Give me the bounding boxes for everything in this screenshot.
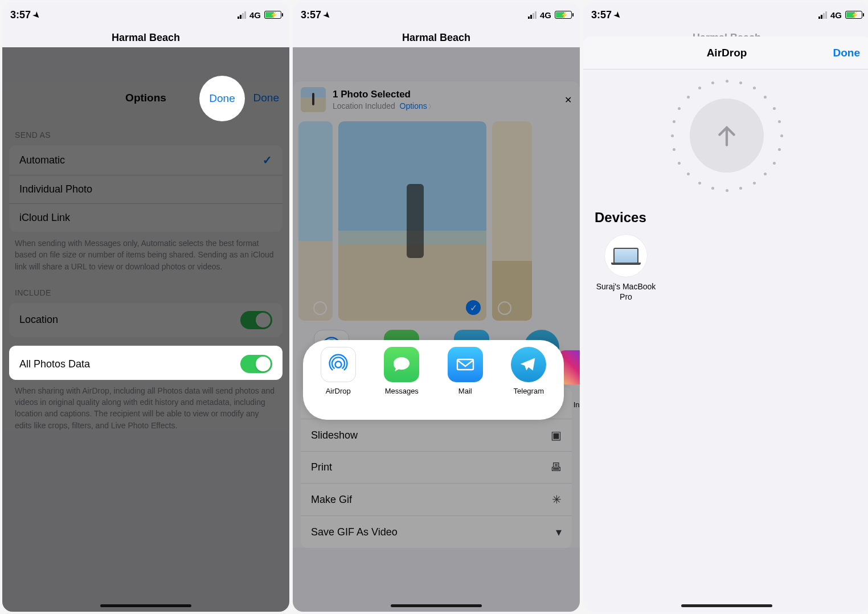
done-button[interactable]: Done — [833, 47, 861, 59]
background-location-title: Harmal Beach — [2, 27, 289, 47]
airdrop-icon — [321, 347, 356, 382]
status-time: 3:57 ➤ — [591, 9, 621, 21]
status-right: 4G ⚡ — [238, 10, 281, 20]
status-time: 3:57 ➤ — [301, 9, 331, 21]
airdrop-title: AirDrop — [707, 47, 747, 59]
share-app-telegram[interactable]: Telegram — [503, 347, 554, 395]
status-bar: 3:57 ➤ 4G ⚡ — [293, 2, 580, 27]
app-label: Mail — [458, 387, 472, 395]
share-app-airdrop[interactable]: AirDrop — [313, 347, 363, 395]
device-label: Suraj's MacBook Pro — [595, 281, 657, 302]
all-photos-highlight-toggle[interactable] — [240, 355, 272, 373]
airdrop-dropzone — [595, 79, 859, 193]
share-app-mail[interactable]: Mail — [440, 347, 490, 395]
devices-heading: Devices — [595, 210, 859, 226]
panel-share-sheet: 3:57 ➤ 4G ⚡ Harmal Beach 1 Photo Selecte… — [293, 2, 580, 612]
highlight-app-row: AirDrop Messages Mail — [303, 340, 564, 420]
dim-overlay — [2, 47, 289, 612]
airdrop-ring — [670, 79, 784, 193]
dim-overlay — [293, 47, 580, 612]
signal-icon — [818, 11, 827, 19]
share-app-messages[interactable]: Messages — [376, 347, 427, 395]
time-text: 3:57 — [591, 9, 612, 21]
messages-icon — [384, 347, 419, 382]
network-label: 4G — [540, 10, 551, 20]
home-indicator[interactable] — [681, 604, 772, 607]
network-label: 4G — [830, 10, 842, 20]
mail-icon — [448, 347, 483, 382]
telegram-icon — [511, 347, 546, 382]
all-photos-highlight-label: All Photos Data — [19, 358, 90, 370]
battery-icon: ⚡ — [555, 11, 572, 19]
app-label: AirDrop — [326, 387, 351, 395]
macbook-icon — [613, 248, 638, 264]
battery-icon: ⚡ — [845, 11, 862, 19]
panel-airdrop: 3:57 ➤ 4G ⚡ Harmal Beach AirDrop Done De… — [583, 2, 868, 612]
status-bar: 3:57 ➤ 4G ⚡ — [583, 2, 868, 27]
svg-rect-3 — [457, 359, 473, 370]
battery-icon: ⚡ — [264, 11, 281, 19]
device-icon-circle — [605, 235, 647, 277]
app-label: Telegram — [514, 387, 544, 395]
status-right: 4G ⚡ — [528, 10, 572, 20]
home-indicator[interactable] — [391, 604, 482, 607]
time-text: 3:57 — [301, 9, 321, 21]
location-arrow-icon: ➤ — [31, 10, 43, 21]
instagram-label-partial: Ins — [574, 400, 580, 409]
airdrop-upload-icon — [690, 99, 764, 173]
status-right: 4G ⚡ — [818, 10, 862, 20]
time-text: 3:57 — [10, 9, 31, 21]
network-label: 4G — [249, 10, 261, 20]
background-location-title: Harmal Beach — [293, 27, 580, 47]
done-highlight-text[interactable]: Done — [209, 92, 235, 105]
status-time: 3:57 ➤ — [10, 9, 40, 21]
panel-options-sheet: 3:57 ➤ 4G ⚡ Harmal Beach Options Done SE… — [2, 2, 289, 612]
app-label: Messages — [385, 387, 419, 395]
location-arrow-icon: ➤ — [612, 10, 624, 21]
airdrop-device[interactable]: Suraj's MacBook Pro — [595, 235, 657, 302]
signal-icon — [528, 11, 537, 19]
highlight-all-photos: All Photos Data — [9, 346, 282, 380]
airdrop-body: Devices Suraj's MacBook Pro — [583, 69, 868, 612]
highlight-done: Done — [199, 76, 245, 121]
sheet-header: AirDrop Done — [583, 36, 868, 69]
svg-point-2 — [335, 362, 341, 368]
signal-icon — [238, 11, 246, 19]
status-bar: 3:57 ➤ 4G ⚡ — [2, 2, 289, 27]
home-indicator[interactable] — [100, 604, 191, 607]
airdrop-sheet: AirDrop Done Devices Suraj's MacBook Pro — [583, 36, 868, 612]
location-arrow-icon: ➤ — [322, 10, 333, 21]
